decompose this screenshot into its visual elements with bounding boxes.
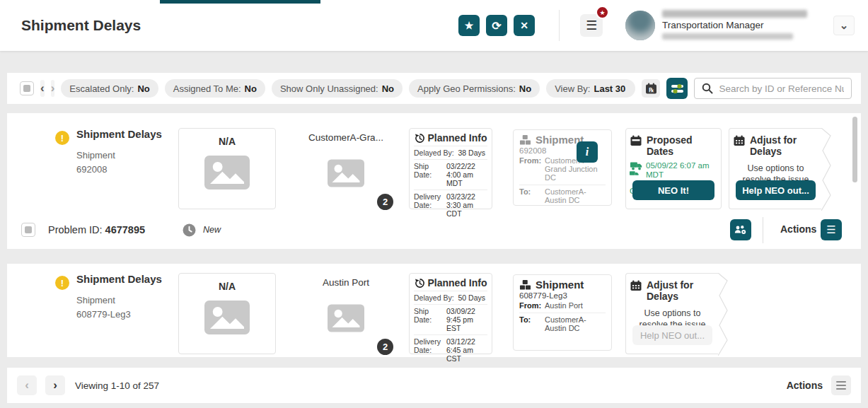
shipment-type-label: Shipment: [76, 148, 115, 163]
select-all-checkbox[interactable]: [20, 81, 34, 95]
adjust-for-delays-card: Adjust for Delays Use options to resolve…: [625, 273, 719, 354]
planned-info-header: Planned Info: [414, 132, 487, 146]
adjust-header: Adjust for Delays: [734, 133, 818, 157]
status-label: New: [203, 225, 221, 235]
pill-value: No: [137, 83, 149, 94]
search-input[interactable]: [719, 83, 844, 94]
assign-users-button[interactable]: [730, 219, 751, 240]
pill-label: View By:: [555, 83, 590, 94]
truck-icon: [630, 170, 640, 178]
calendar-rx-icon: ℞: [645, 83, 657, 95]
shipment-card-title: Shipment: [536, 279, 584, 291]
footer-actions-button[interactable]: [831, 375, 851, 395]
pill-label: Escalated Only:: [69, 83, 134, 94]
page-next-button[interactable]: ›: [45, 375, 65, 395]
hamburger-icon: ☰: [586, 18, 597, 33]
neo-it-button[interactable]: NEO It!: [632, 180, 714, 200]
ship-date-row: Ship Date: 03/09/22 9:45 pm EST: [414, 304, 487, 334]
help-neo-out-button[interactable]: Help NEO out...: [736, 180, 816, 200]
close-button[interactable]: ✕: [514, 15, 535, 36]
user-menu-dropdown[interactable]: ⌄: [833, 16, 855, 35]
search-box: [694, 78, 852, 99]
shipment-info-button[interactable]: i: [577, 141, 598, 163]
user-name-redacted: [662, 10, 807, 18]
na-label: N/A: [179, 281, 275, 292]
customer-column: CustomerA-Gra... 2: [283, 113, 409, 212]
page-prev-button[interactable]: ‹: [17, 375, 37, 395]
filters-next-button[interactable]: ›: [51, 80, 55, 97]
top-accent-bar: [160, 0, 320, 4]
history-icon: [415, 278, 425, 288]
chevron-left-icon: ‹: [40, 81, 45, 95]
image-placeholder-icon: [204, 156, 250, 190]
pill-value: No: [519, 83, 531, 94]
adjust-for-delays-card: Adjust for Delays Use options to resolve…: [729, 128, 822, 209]
row-subtitle: Shipment 692008: [76, 148, 115, 177]
packages-icon: [519, 134, 531, 146]
delay-row: ! Shipment Delays Shipment 692008 N/A Cu…: [7, 113, 861, 212]
delay-card-block-1: ! Shipment Delays Shipment 692008 N/A Cu…: [7, 113, 861, 249]
carrier-image-card: N/A: [178, 273, 276, 354]
user-org-redacted: [662, 33, 793, 40]
refresh-icon: ⟳: [492, 19, 501, 33]
help-neo-out-button-disabled[interactable]: Help NEO out...: [632, 325, 712, 345]
clear-date-filter-button[interactable]: ℞: [642, 79, 660, 98]
history-icon: [415, 133, 425, 144]
proposed-dates-card: Proposed Dates 05/09/22 6:07 am MDT: [625, 128, 722, 209]
filter-toolbar: ‹ › Escalated Only: No Assigned To Me: N…: [7, 73, 861, 104]
calendar-grid-icon: [734, 135, 745, 146]
to-row: To: CustomerA-Austin DC: [519, 185, 606, 206]
stop-count-badge[interactable]: 2: [376, 192, 395, 211]
pagination-footer: ‹ › Viewing 1-10 of 257 Actions: [7, 368, 861, 403]
row-title: Shipment Delays: [76, 128, 162, 140]
user-role: Transportation Manager: [662, 20, 764, 30]
pill-label: Show Only Unassigned:: [280, 83, 378, 94]
problem-checkbox[interactable]: [21, 223, 35, 237]
delivery-date-row: Delivery Date: 03/12/22 6:45 am CST: [414, 334, 487, 365]
adjust-title: Adjust for Delays: [750, 134, 818, 157]
advanced-filters-button[interactable]: [666, 78, 688, 99]
planned-info-title: Planned Info: [428, 277, 487, 288]
filter-pill-assigned-to-me[interactable]: Assigned To Me: No: [165, 79, 265, 98]
pill-label: Apply Geo Permissions:: [417, 83, 516, 94]
sliders-icon: [671, 83, 683, 94]
problem-row: Problem ID: 4677895 New: [7, 212, 861, 249]
delay-row: ! Shipment Delays Shipment 608779-Leg3 N…: [7, 264, 861, 357]
shipment-card-id: 608779-Leg3: [519, 291, 606, 300]
image-placeholder-icon: [204, 301, 250, 334]
from-row: From: Austin Port: [519, 300, 606, 311]
pill-value: No: [382, 83, 394, 94]
favorite-button[interactable]: ★: [458, 15, 480, 36]
planned-info-card: Planned Info Delayed By: 50 Days Ship Da…: [409, 273, 492, 354]
delay-card-block-2: ! Shipment Delays Shipment 608779-Leg3 N…: [7, 264, 861, 357]
planned-info-card: Planned Info Delayed By: 38 Days Ship Da…: [409, 128, 492, 209]
shipment-detail-card: Shipment 608779-Leg3 From: Austin Port T…: [513, 274, 612, 351]
calendar-grid-icon: [630, 280, 642, 291]
hamburger-icon: [836, 381, 846, 383]
pill-value: No: [245, 83, 257, 94]
pill-label: Assigned To Me:: [173, 83, 241, 94]
hamburger-icon: ☰: [826, 223, 835, 236]
filter-pill-apply-geo-permissions[interactable]: Apply Geo Permissions: No: [409, 79, 540, 98]
stop-count-badge[interactable]: 2: [376, 337, 395, 356]
vertical-scrollbar[interactable]: [852, 117, 857, 182]
to-row: To: CustomerA-Austin DC: [519, 313, 606, 334]
user-avatar[interactable]: [625, 11, 655, 40]
shipment-detail-card: Shipment 692008 From: CustomerA-Grand Ju…: [513, 129, 612, 206]
na-label: N/A: [179, 136, 275, 147]
avatar-photo: [625, 11, 655, 40]
ship-date-row: Ship Date: 03/22/22 4:00 am MDT: [414, 159, 487, 190]
row-actions-button[interactable]: ☰: [821, 219, 842, 240]
checkbox-indeterminate-icon: [25, 226, 32, 233]
info-icon: i: [586, 146, 589, 158]
customer-column: Austin Port 2: [283, 264, 409, 357]
filters-prev-button[interactable]: ‹: [40, 80, 45, 97]
filter-pill-view-by[interactable]: View By: Last 30 Days: [546, 79, 635, 98]
chevron-down-icon: ⌄: [840, 19, 849, 32]
delayed-by-row: Delayed By: 50 Days: [414, 291, 487, 304]
filter-pill-show-only-unassigned[interactable]: Show Only Unassigned: No: [272, 79, 403, 98]
refresh-button[interactable]: ⟳: [486, 15, 507, 36]
clock-status-icon: [183, 223, 196, 237]
filter-pill-escalated-only[interactable]: Escalated Only: No: [61, 79, 158, 98]
viewing-range: Viewing 1-10 of 257: [75, 380, 159, 391]
